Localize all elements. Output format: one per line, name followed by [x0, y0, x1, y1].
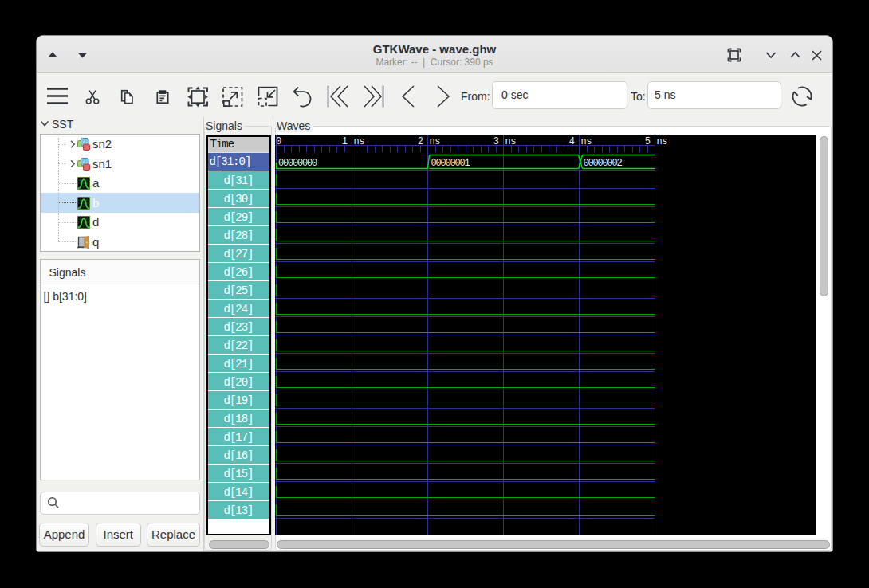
svg-text:ns: ns [657, 136, 668, 147]
svg-text:ns: ns [430, 136, 441, 147]
svg-text:ns: ns [505, 136, 517, 147]
svg-text:00000000: 00000000 [278, 158, 317, 169]
svg-text:ns: ns [581, 136, 592, 147]
svg-text:0: 0 [276, 136, 281, 147]
svg-text:2: 2 [418, 136, 423, 147]
svg-text:3: 3 [493, 136, 499, 147]
svg-text:00000001: 00000001 [431, 158, 470, 169]
svg-text:4: 4 [569, 136, 575, 147]
svg-text:00000002: 00000002 [584, 158, 623, 169]
svg-text:5: 5 [645, 136, 651, 147]
svg-text:1: 1 [342, 136, 348, 147]
svg-text:ns: ns [354, 136, 365, 147]
